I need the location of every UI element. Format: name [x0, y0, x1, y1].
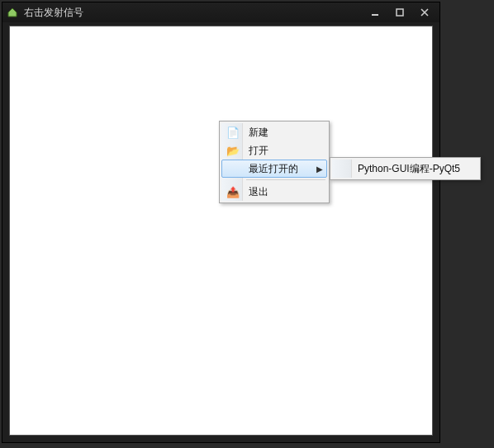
- menu-item-exit[interactable]: 📤 退出: [221, 183, 327, 201]
- recent-submenu: Python-GUI编程-PyQt5: [330, 157, 481, 180]
- svg-rect-1: [397, 9, 403, 16]
- menu-item-new[interactable]: 📄 新建: [221, 123, 327, 141]
- menu-item-label: 新建: [244, 126, 326, 140]
- window-title: 右击发射信号: [24, 6, 363, 20]
- minimize-button[interactable]: [363, 5, 387, 20]
- app-icon: [6, 6, 19, 19]
- menu-item-label: 最近打开的: [244, 162, 316, 176]
- titlebar[interactable]: 右击发射信号: [2, 2, 439, 22]
- context-menu: 📄 新建 📂 打开 最近打开的 ▶ 📤 退出: [219, 121, 330, 203]
- client-area[interactable]: [9, 26, 433, 436]
- exit-icon: 📤: [222, 183, 244, 201]
- maximize-button[interactable]: [388, 5, 411, 20]
- submenu-item[interactable]: Python-GUI编程-PyQt5: [332, 160, 478, 178]
- open-folder-icon: 📂: [222, 141, 244, 160]
- submenu-arrow-icon: ▶: [316, 164, 326, 174]
- svg-rect-0: [372, 14, 378, 16]
- menu-item-recent[interactable]: 最近打开的 ▶: [221, 160, 327, 178]
- window-controls: [363, 5, 436, 20]
- new-file-icon: 📄: [222, 123, 244, 141]
- submenu-item-label: Python-GUI编程-PyQt5: [353, 162, 477, 176]
- close-button[interactable]: [413, 5, 436, 20]
- menu-item-label: 打开: [244, 144, 326, 158]
- recent-icon: [222, 160, 244, 178]
- menu-item-open[interactable]: 📂 打开: [221, 141, 327, 160]
- app-window: 右击发射信号: [2, 2, 440, 443]
- menu-item-label: 退出: [244, 185, 326, 199]
- submenu-item-icon: [333, 160, 353, 178]
